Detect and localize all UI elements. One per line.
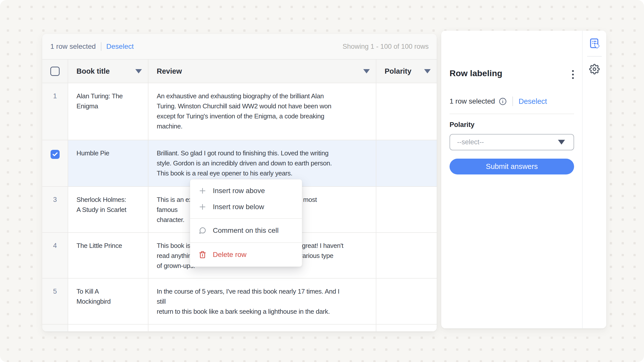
panel-title: Row labeling xyxy=(450,68,502,78)
plus-icon xyxy=(199,203,206,211)
panel-deselect-link[interactable]: Deselect xyxy=(519,97,547,106)
row-range-status: Showing 1 - 100 of 100 rows xyxy=(343,43,429,51)
submit-answers-button[interactable]: Submit answers xyxy=(450,159,574,174)
context-menu-section: Delete row xyxy=(190,243,302,266)
info-icon[interactable] xyxy=(499,98,507,105)
menu-item-comment-on-cell[interactable]: Comment on this cell xyxy=(190,222,302,239)
row-number: 5 xyxy=(53,288,57,295)
polarity-cell[interactable] xyxy=(376,233,437,279)
book-title-cell[interactable] xyxy=(68,325,148,331)
panel-selected-count: 1 row selected xyxy=(450,97,495,105)
menu-item-label: Comment on this cell xyxy=(213,227,278,235)
panel-selection-row: 1 row selected Deselect xyxy=(450,97,547,106)
row-number-cell[interactable]: 3 xyxy=(42,187,68,233)
menu-item-insert-row-below[interactable]: Insert row below xyxy=(190,199,302,215)
tab-settings[interactable] xyxy=(589,63,600,75)
settings-gear-icon xyxy=(589,64,600,74)
column-label: Review xyxy=(157,67,182,75)
row-number: 1 xyxy=(53,92,57,100)
row-number-cell[interactable]: 5 xyxy=(42,279,68,325)
context-menu-section: Comment on this cell xyxy=(190,219,302,242)
menu-item-label: Insert row above xyxy=(213,187,265,195)
trash-icon xyxy=(199,251,206,258)
book-title-cell[interactable]: The Little Prince xyxy=(68,233,148,279)
row-number: 4 xyxy=(53,242,57,249)
menu-item-label: Insert row below xyxy=(213,203,264,211)
polarity-cell[interactable] xyxy=(376,140,437,187)
select-all-checkbox[interactable] xyxy=(50,67,60,76)
row-checkbox-cell[interactable] xyxy=(42,140,68,187)
menu-item-label: Delete row xyxy=(213,251,247,259)
kebab-dot xyxy=(572,74,574,75)
select-all-header-cell[interactable] xyxy=(42,59,68,83)
sort-dropdown-icon[interactable] xyxy=(135,69,142,73)
plus-icon xyxy=(199,187,206,195)
selected-rows-count: 1 row selected xyxy=(50,42,96,51)
row-number-cell[interactable] xyxy=(42,325,68,331)
select-placeholder: --select-- xyxy=(457,138,484,146)
row-labeling-icon xyxy=(589,38,600,49)
polarity-cell[interactable] xyxy=(376,83,437,140)
book-title-cell[interactable]: Sherlock Holmes: A Study in Scarlet xyxy=(68,187,148,233)
row-labeling-panel: Row labeling 1 row selected Deselect Pol… xyxy=(441,31,606,328)
kebab-dot xyxy=(572,77,574,79)
polarity-cell[interactable] xyxy=(376,187,437,233)
deselect-link[interactable]: Deselect xyxy=(106,42,134,51)
comment-bubble-icon xyxy=(199,227,206,234)
kebab-dot xyxy=(572,70,574,72)
column-header-review[interactable]: Review xyxy=(148,59,376,83)
polarity-cell[interactable] xyxy=(376,279,437,325)
column-header-polarity[interactable]: Polarity xyxy=(376,59,437,83)
table-toolbar: 1 row selected Deselect Showing 1 - 100 … xyxy=(42,34,437,59)
column-label: Polarity xyxy=(385,67,411,75)
review-cell[interactable]: In the course of 5 years, I've read this… xyxy=(148,279,376,325)
menu-item-insert-row-above[interactable]: Insert row above xyxy=(190,183,302,199)
column-label: Book title xyxy=(76,67,110,75)
toolbar-divider xyxy=(101,42,101,51)
book-title-cell[interactable]: Humble Pie xyxy=(68,140,148,187)
review-cell[interactable]: An exhaustive and exhausting biography o… xyxy=(148,83,376,140)
column-header-book-title[interactable]: Book title xyxy=(68,59,148,83)
panel-divider xyxy=(512,97,513,106)
tab-row-labeling[interactable] xyxy=(589,38,600,49)
rail-divider xyxy=(587,56,602,57)
row-number-cell[interactable]: 4 xyxy=(42,233,68,279)
app-background: 1 row selected Deselect Showing 1 - 100 … xyxy=(0,0,644,362)
menu-item-delete-row[interactable]: Delete row xyxy=(190,247,302,263)
row-number-cell[interactable]: 1 xyxy=(42,83,68,140)
row-number: 3 xyxy=(53,196,57,203)
polarity-cell[interactable] xyxy=(376,325,437,331)
sort-dropdown-icon[interactable] xyxy=(424,69,431,73)
polarity-select[interactable]: --select-- xyxy=(450,134,574,150)
row-checkbox-checked[interactable] xyxy=(51,150,60,159)
book-title-cell[interactable]: To Kill A Mockingbird xyxy=(68,279,148,325)
polarity-field-label: Polarity xyxy=(450,121,474,129)
checkmark-icon xyxy=(52,151,58,157)
cell-context-menu: Insert row above Insert row below Commen… xyxy=(190,179,302,267)
chevron-down-icon xyxy=(558,140,565,145)
context-menu-section: Insert row above Insert row below xyxy=(190,179,302,218)
sort-dropdown-icon[interactable] xyxy=(363,69,370,73)
review-cell[interactable] xyxy=(148,325,376,331)
panel-tab-rail xyxy=(582,31,606,328)
book-title-cell[interactable]: Alan Turing: The Enigma xyxy=(68,83,148,140)
panel-section-divider xyxy=(450,114,574,114)
kebab-menu-button[interactable] xyxy=(571,69,575,80)
